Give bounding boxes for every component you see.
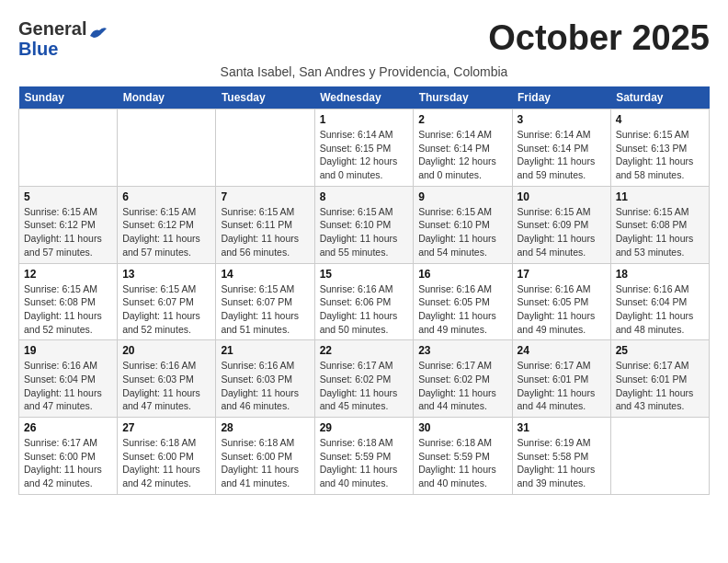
weekday-header-row: Sunday Monday Tuesday Wednesday Thursday… bbox=[19, 86, 710, 109]
daylight-text: Daylight: 11 hours and 47 minutes. bbox=[24, 386, 112, 413]
week-row-2: 5Sunrise: 6:15 AMSunset: 6:12 PMDaylight… bbox=[19, 186, 710, 263]
sunrise-text: Sunrise: 6:15 AM bbox=[320, 205, 409, 219]
sunrise-text: Sunrise: 6:17 AM bbox=[518, 359, 606, 373]
day-number: 13 bbox=[122, 268, 210, 281]
day-info: Sunrise: 6:15 AMSunset: 6:08 PMDaylight:… bbox=[24, 282, 112, 337]
day-info: Sunrise: 6:18 AMSunset: 5:59 PMDaylight:… bbox=[418, 436, 506, 490]
day-number: 17 bbox=[518, 268, 606, 281]
day-info: Sunrise: 6:18 AMSunset: 6:00 PMDaylight:… bbox=[221, 436, 309, 490]
day-number: 29 bbox=[320, 421, 409, 434]
day-number: 11 bbox=[616, 190, 704, 203]
daylight-text: Daylight: 11 hours and 50 minutes. bbox=[320, 309, 409, 336]
daylight-text: Daylight: 11 hours and 54 minutes. bbox=[518, 232, 606, 259]
day-info: Sunrise: 6:16 AMSunset: 6:04 PMDaylight:… bbox=[24, 359, 112, 413]
daylight-text: Daylight: 11 hours and 42 minutes. bbox=[122, 463, 210, 489]
sunset-text: Sunset: 6:01 PM bbox=[616, 373, 704, 386]
sunrise-text: Sunrise: 6:18 AM bbox=[418, 436, 506, 450]
header-monday: Monday bbox=[118, 86, 216, 109]
day-cell-3-0: 19Sunrise: 6:16 AMSunset: 6:04 PMDayligh… bbox=[19, 340, 118, 418]
day-cell-0-5: 3Sunrise: 6:14 AMSunset: 6:14 PMDaylight… bbox=[512, 109, 610, 187]
daylight-text: Daylight: 11 hours and 41 minutes. bbox=[221, 463, 309, 489]
day-info: Sunrise: 6:15 AMSunset: 6:10 PMDaylight:… bbox=[320, 205, 409, 259]
day-info: Sunrise: 6:15 AMSunset: 6:09 PMDaylight:… bbox=[518, 205, 606, 259]
sunset-text: Sunset: 6:05 PM bbox=[418, 295, 506, 309]
day-cell-3-6: 25Sunrise: 6:17 AMSunset: 6:01 PMDayligh… bbox=[610, 340, 709, 418]
sunset-text: Sunset: 6:08 PM bbox=[24, 295, 112, 309]
day-number: 15 bbox=[320, 268, 409, 281]
day-cell-4-2: 28Sunrise: 6:18 AMSunset: 6:00 PMDayligh… bbox=[216, 418, 314, 495]
sunset-text: Sunset: 6:02 PM bbox=[418, 373, 506, 386]
daylight-text: Daylight: 11 hours and 43 minutes. bbox=[616, 386, 704, 413]
sunrise-text: Sunrise: 6:17 AM bbox=[418, 359, 506, 373]
day-info: Sunrise: 6:18 AMSunset: 6:00 PMDaylight:… bbox=[122, 436, 210, 490]
day-cell-3-2: 21Sunrise: 6:16 AMSunset: 6:03 PMDayligh… bbox=[216, 340, 314, 418]
day-cell-0-3: 1Sunrise: 6:14 AMSunset: 6:15 PMDaylight… bbox=[314, 109, 414, 187]
day-info: Sunrise: 6:14 AMSunset: 6:14 PMDaylight:… bbox=[418, 128, 506, 182]
sunset-text: Sunset: 6:12 PM bbox=[122, 218, 210, 232]
daylight-text: Daylight: 11 hours and 57 minutes. bbox=[24, 232, 112, 259]
daylight-text: Daylight: 11 hours and 46 minutes. bbox=[221, 386, 309, 413]
daylight-text: Daylight: 11 hours and 59 minutes. bbox=[518, 155, 606, 181]
week-row-3: 12Sunrise: 6:15 AMSunset: 6:08 PMDayligh… bbox=[19, 263, 710, 340]
daylight-text: Daylight: 11 hours and 39 minutes. bbox=[518, 463, 606, 489]
day-cell-1-1: 6Sunrise: 6:15 AMSunset: 6:12 PMDaylight… bbox=[118, 186, 216, 263]
sunrise-text: Sunrise: 6:15 AM bbox=[24, 205, 112, 219]
day-number: 24 bbox=[518, 344, 606, 357]
sunrise-text: Sunrise: 6:19 AM bbox=[518, 436, 606, 450]
day-number: 3 bbox=[518, 113, 606, 126]
day-cell-3-3: 22Sunrise: 6:17 AMSunset: 6:02 PMDayligh… bbox=[314, 340, 414, 418]
day-number: 4 bbox=[616, 113, 704, 126]
daylight-text: Daylight: 11 hours and 44 minutes. bbox=[518, 386, 606, 413]
sunset-text: Sunset: 6:04 PM bbox=[616, 295, 704, 309]
sunrise-text: Sunrise: 6:18 AM bbox=[221, 436, 309, 450]
day-info: Sunrise: 6:16 AMSunset: 6:04 PMDaylight:… bbox=[616, 282, 704, 337]
day-number: 1 bbox=[320, 113, 409, 126]
day-info: Sunrise: 6:15 AMSunset: 6:07 PMDaylight:… bbox=[122, 282, 210, 337]
sunrise-text: Sunrise: 6:15 AM bbox=[122, 205, 210, 219]
daylight-text: Daylight: 11 hours and 54 minutes. bbox=[418, 232, 506, 259]
day-cell-2-3: 15Sunrise: 6:16 AMSunset: 6:06 PMDayligh… bbox=[314, 263, 414, 340]
sunset-text: Sunset: 6:07 PM bbox=[221, 295, 309, 309]
daylight-text: Daylight: 11 hours and 45 minutes. bbox=[320, 386, 409, 413]
sunrise-text: Sunrise: 6:17 AM bbox=[616, 359, 704, 373]
day-info: Sunrise: 6:19 AMSunset: 5:58 PMDaylight:… bbox=[518, 436, 606, 490]
sunset-text: Sunset: 5:58 PM bbox=[518, 450, 606, 464]
daylight-text: Daylight: 11 hours and 57 minutes. bbox=[122, 232, 210, 259]
day-info: Sunrise: 6:15 AMSunset: 6:11 PMDaylight:… bbox=[221, 205, 309, 259]
logo-general: General bbox=[18, 18, 86, 39]
sunrise-text: Sunrise: 6:14 AM bbox=[320, 128, 409, 142]
bird-icon bbox=[88, 25, 108, 45]
daylight-text: Daylight: 11 hours and 52 minutes. bbox=[24, 309, 112, 336]
daylight-text: Daylight: 11 hours and 48 minutes. bbox=[616, 309, 704, 336]
day-number: 16 bbox=[418, 268, 506, 281]
sunset-text: Sunset: 6:10 PM bbox=[320, 218, 409, 232]
day-info: Sunrise: 6:16 AMSunset: 6:06 PMDaylight:… bbox=[320, 282, 409, 337]
day-info: Sunrise: 6:14 AMSunset: 6:14 PMDaylight:… bbox=[518, 128, 606, 182]
daylight-text: Daylight: 11 hours and 40 minutes. bbox=[320, 463, 409, 489]
day-info: Sunrise: 6:15 AMSunset: 6:12 PMDaylight:… bbox=[122, 205, 210, 259]
day-info: Sunrise: 6:15 AMSunset: 6:12 PMDaylight:… bbox=[24, 205, 112, 259]
day-cell-3-1: 20Sunrise: 6:16 AMSunset: 6:03 PMDayligh… bbox=[118, 340, 216, 418]
day-cell-0-0 bbox=[19, 109, 118, 187]
sunrise-text: Sunrise: 6:15 AM bbox=[518, 205, 606, 219]
sunset-text: Sunset: 6:03 PM bbox=[221, 373, 309, 386]
day-info: Sunrise: 6:17 AMSunset: 6:00 PMDaylight:… bbox=[24, 436, 112, 490]
day-number: 23 bbox=[418, 344, 506, 357]
day-number: 19 bbox=[24, 344, 112, 357]
sunrise-text: Sunrise: 6:15 AM bbox=[122, 282, 210, 296]
sunrise-text: Sunrise: 6:14 AM bbox=[418, 128, 506, 142]
day-cell-1-6: 11Sunrise: 6:15 AMSunset: 6:08 PMDayligh… bbox=[610, 186, 709, 263]
sunrise-text: Sunrise: 6:16 AM bbox=[616, 282, 704, 296]
week-row-4: 19Sunrise: 6:16 AMSunset: 6:04 PMDayligh… bbox=[19, 340, 710, 418]
sunrise-text: Sunrise: 6:16 AM bbox=[518, 282, 606, 296]
day-cell-1-0: 5Sunrise: 6:15 AMSunset: 6:12 PMDaylight… bbox=[19, 186, 118, 263]
sunset-text: Sunset: 6:14 PM bbox=[518, 142, 606, 155]
day-number: 2 bbox=[418, 113, 506, 126]
day-number: 28 bbox=[221, 421, 309, 434]
day-info: Sunrise: 6:16 AMSunset: 6:05 PMDaylight:… bbox=[418, 282, 506, 337]
sunset-text: Sunset: 6:10 PM bbox=[418, 218, 506, 232]
day-number: 30 bbox=[418, 421, 506, 434]
daylight-text: Daylight: 11 hours and 40 minutes. bbox=[418, 463, 506, 489]
daylight-text: Daylight: 11 hours and 47 minutes. bbox=[122, 386, 210, 413]
daylight-text: Daylight: 11 hours and 49 minutes. bbox=[518, 309, 606, 336]
